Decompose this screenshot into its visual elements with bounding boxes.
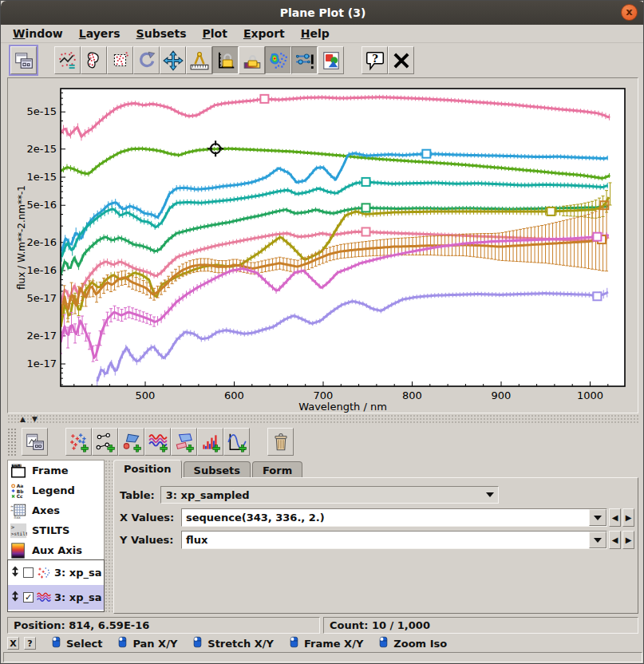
export-image — [321, 50, 342, 71]
lock-axes — [215, 50, 236, 71]
aux-shader-button[interactable] — [265, 46, 291, 74]
hint-zoom-iso: Zoom Iso — [377, 636, 447, 651]
sidebar-item-stilts[interactable]: >>stiltsSTILTS — [8, 520, 104, 540]
box-subset — [110, 50, 131, 71]
hints-help-button[interactable]: ? — [24, 637, 36, 650]
pan — [163, 50, 184, 71]
measure-button[interactable] — [186, 46, 212, 74]
add-area — [174, 432, 195, 453]
sidebar-item-label: Axes — [32, 504, 60, 516]
x-values-row: X Values: sequence(343, 336., 2.) ◀ ▶ — [120, 508, 634, 527]
mouse-icon — [288, 636, 300, 648]
y-values-input[interactable]: flux — [181, 531, 607, 549]
svg-text:1e-17: 1e-17 — [26, 358, 57, 370]
horizontal-splitter[interactable]: ▲ ▼ — [7, 414, 638, 425]
layer-item-1[interactable]: 3: xp_sa — [8, 560, 104, 585]
add-pair-button[interactable] — [92, 428, 118, 456]
x-prev-column-button[interactable]: ◀ — [609, 508, 621, 527]
add-pair — [95, 432, 116, 453]
position-text: Position: 814, 6.59E-16 — [14, 619, 149, 631]
menu-help[interactable]: Help — [294, 26, 337, 41]
scatter-mini — [36, 565, 52, 581]
vertical-splitter[interactable] — [105, 460, 113, 614]
reorder-updown-icon[interactable] — [10, 565, 21, 580]
tab-position[interactable]: Position — [113, 460, 182, 478]
help-button[interactable]: ? — [362, 46, 388, 74]
axes-icon: ≈≈ñxx — [10, 502, 27, 520]
toolbar-grip[interactable] — [7, 428, 17, 457]
add-spectra-button[interactable] — [144, 428, 171, 456]
x-next-column-button[interactable]: ▶ — [622, 508, 634, 527]
x-values-input[interactable]: sequence(343, 336., 2.) — [181, 508, 607, 527]
menu-export[interactable]: Export — [236, 26, 292, 41]
delete-layer — [271, 432, 291, 453]
export-window-button[interactable] — [10, 46, 37, 74]
menu-plot[interactable]: Plot — [196, 26, 235, 41]
table-select[interactable]: 3: xp_sampled — [160, 486, 499, 504]
layer-item-2[interactable]: ✓3: xp_sa — [8, 585, 104, 610]
control-stack: TITLEFrameAaBbCcLegend≈≈ñxxAxes>>stiltsS… — [7, 460, 105, 559]
help: ? — [365, 50, 385, 71]
spectra-mini — [36, 590, 52, 606]
blob-subset-button[interactable] — [81, 46, 107, 74]
menu-layers[interactable]: Layers — [72, 26, 128, 41]
table-select-value: 3: xp_sampled — [161, 489, 482, 501]
export-image-button[interactable] — [318, 46, 344, 74]
y-prev-column-button[interactable]: ◀ — [609, 531, 621, 549]
add-area-button[interactable] — [171, 428, 197, 456]
menu-window[interactable]: Window — [6, 26, 70, 41]
y-values-dropdown-button[interactable] — [589, 532, 606, 548]
svg-text:1e-16: 1e-16 — [26, 264, 57, 276]
add-function — [227, 432, 247, 453]
rescale-button[interactable] — [54, 46, 81, 74]
mouse-icon — [377, 636, 389, 651]
x-values-dropdown-button[interactable] — [589, 509, 606, 526]
add-histogram-button[interactable] — [197, 428, 223, 456]
sidebar-item-aux-axis[interactable]: Aux Axis — [8, 540, 104, 560]
layer-visibility-checkbox[interactable] — [23, 567, 34, 578]
lock-axes-button[interactable] — [212, 46, 239, 74]
sidebar-item-axes[interactable]: ≈≈ñxxAxes — [8, 500, 104, 520]
layer-list: 3: xp_sa✓3: xp_sa — [7, 559, 105, 612]
sidebar-item-legend[interactable]: AaBbCcLegend — [8, 480, 104, 500]
y-values-label: Y Values: — [120, 534, 176, 546]
hint-select: Select — [50, 636, 102, 651]
stilts-icon: >>stilts — [10, 522, 27, 540]
replot-button[interactable] — [133, 46, 160, 74]
y-next-column-button[interactable]: ▶ — [622, 531, 634, 549]
pan-button[interactable] — [160, 46, 186, 74]
replot — [136, 50, 157, 71]
plot-panel[interactable]: 50060070080090010005e-152e-151e-155e-162… — [7, 77, 638, 413]
layer-visibility-checkbox[interactable]: ✓ — [23, 592, 34, 603]
y-values-text: flux — [182, 534, 589, 546]
stilts-config — [294, 50, 315, 71]
reorder-updown-icon[interactable] — [10, 590, 21, 605]
menu-subsets[interactable]: Subsets — [129, 26, 194, 41]
add-scatter-button[interactable] — [65, 428, 92, 456]
add-function-button[interactable] — [223, 428, 250, 456]
splitter-collapse-up-icon[interactable]: ▲ — [20, 416, 26, 423]
position-readout: Position: 814, 6.59E-16 — [7, 617, 320, 634]
titlebar[interactable]: Plane Plot (3) x — [1, 1, 644, 25]
stilts-config-button[interactable] — [291, 46, 318, 74]
plane-plot-chart[interactable]: 50060070080090010005e-152e-151e-155e-162… — [8, 78, 638, 413]
tab-subsets[interactable]: Subsets — [184, 461, 251, 478]
hint-frame-x-y: Frame X/Y — [288, 636, 363, 651]
splitter-collapse-down-icon[interactable]: ▼ — [32, 416, 38, 423]
plot-window-button[interactable] — [22, 428, 48, 456]
mouse-icon — [377, 636, 389, 648]
box-subset-button[interactable] — [107, 46, 133, 74]
delete-layer-button[interactable] — [267, 428, 294, 456]
mouse-icon — [192, 636, 203, 648]
sidebar-item-frame[interactable]: TITLEFrame — [8, 460, 104, 480]
tab-form[interactable]: Form — [252, 461, 302, 478]
count-readout: Count: 10 / 1,000 — [323, 617, 638, 634]
lock-aux-button[interactable] — [239, 46, 265, 74]
chevron-down-icon — [486, 492, 494, 497]
window-close-button[interactable]: x — [621, 4, 638, 21]
aux-icon — [10, 542, 27, 559]
hints-close-button[interactable]: X — [7, 637, 19, 650]
add-quad-button[interactable] — [118, 428, 144, 456]
svg-text:600: 600 — [224, 389, 244, 401]
close-window-button[interactable] — [388, 46, 414, 74]
